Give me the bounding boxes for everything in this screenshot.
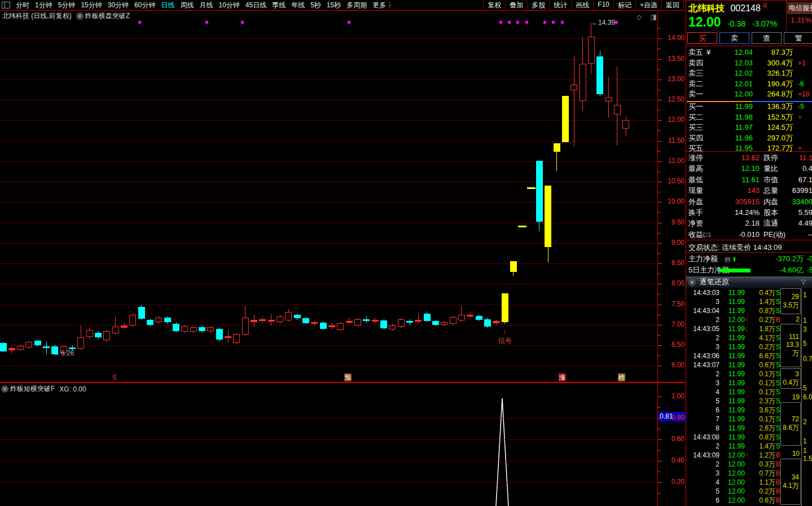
- menu-item-F10[interactable]: F10: [593, 0, 613, 10]
- menu-item-15秒[interactable]: 15秒: [324, 0, 344, 11]
- menu-item-统计[interactable]: 统计: [549, 0, 571, 10]
- menu-item-分时[interactable]: 分时: [13, 0, 32, 11]
- candle-body: [493, 321, 499, 323]
- indicator-pane[interactable]: ∨ 炸板短横突破F XG: 0.00: [0, 383, 657, 506]
- menu-item-45日线[interactable]: 45日线: [243, 0, 269, 11]
- candle-body: [484, 319, 491, 327]
- tick-price: 11.99: [720, 397, 745, 406]
- stat-value: 12.10: [718, 163, 760, 174]
- candlestick-chart[interactable]: ←14.39←6.26↑信号: [0, 10, 657, 382]
- menu-item-5秒[interactable]: 5秒: [308, 0, 324, 11]
- menu-item-月线[interactable]: 月线: [196, 0, 216, 11]
- signal-dot: [138, 21, 141, 24]
- gridline: [0, 345, 657, 346]
- menu-item-周线[interactable]: 周线: [177, 0, 196, 11]
- candle-body: [337, 323, 344, 330]
- menu-item-10分钟[interactable]: 10分钟: [216, 0, 242, 11]
- menu-item-1分钟[interactable]: 1分钟: [32, 0, 55, 11]
- flow-value: -370.2万: [754, 253, 804, 265]
- axis-tick: [658, 38, 662, 39]
- tick-time: 2: [688, 442, 719, 451]
- stat-label: 市值: [763, 174, 778, 185]
- candle-body: [536, 161, 543, 222]
- menu-item-15分钟[interactable]: 15分钟: [78, 0, 104, 11]
- axis-label: 7.50: [671, 300, 684, 308]
- tick-row: 211.991.4万S: [686, 442, 782, 451]
- menu-item-+自选[interactable]: +自选: [635, 0, 661, 10]
- candle-body: [467, 315, 473, 316]
- collapse-icon[interactable]: ∨: [688, 279, 696, 286]
- x-marker-Ŝ: Ŝ: [112, 373, 117, 381]
- tool-menu: 复权叠加多股统计画线F10标记+自选返回: [483, 0, 684, 10]
- menu-item-5分钟[interactable]: 5分钟: [55, 0, 78, 11]
- tick-aggregate-cut: 1: [803, 447, 812, 455]
- x-axis-marker-strip: Ŝ预涨榜: [0, 373, 657, 382]
- tick-time: 14:43:05: [688, 324, 719, 333]
- axis-label: 10.00: [668, 197, 684, 205]
- tick-volume: 6.6万: [749, 351, 775, 360]
- 买-button[interactable]: 买: [687, 32, 717, 44]
- tick-aggregate: 19: [780, 393, 801, 401]
- tick-price: 11.99: [720, 342, 745, 351]
- 警-button[interactable]: 警: [784, 32, 812, 44]
- signal-dot: [552, 21, 555, 24]
- candle-body: [164, 318, 171, 322]
- stock-name: 北纬科技: [688, 3, 725, 13]
- flow-bar: [719, 269, 750, 272]
- flow-row: 主力净额▤-370.2万-0: [686, 253, 812, 265]
- level-row: 买三11.97124.5万: [686, 122, 812, 133]
- stat-label: 外盘: [688, 196, 703, 207]
- menu-item-多周期[interactable]: 多周期: [344, 0, 370, 11]
- menu-item-标记[interactable]: 标记: [613, 0, 635, 10]
- menu-item-叠加[interactable]: 叠加: [505, 0, 527, 10]
- gridline: [0, 243, 657, 244]
- menu-item-日线[interactable]: 日线: [158, 0, 177, 11]
- tick-volume: 0.2万: [749, 487, 775, 496]
- signal-dot: [241, 21, 244, 24]
- signal-dot: [516, 21, 519, 24]
- menu-item-季线[interactable]: 季线: [269, 0, 288, 11]
- menu-item-60分钟[interactable]: 60分钟: [131, 0, 158, 11]
- tick-price: 11.99: [720, 333, 745, 342]
- tick-row: 212.00↑0.2万B: [686, 315, 782, 324]
- menu-item-复权[interactable]: 复权: [483, 0, 505, 10]
- candle-body: [259, 319, 266, 321]
- level-delta: -6: [798, 79, 812, 90]
- menu-item-年线[interactable]: 年线: [288, 0, 308, 11]
- axis-tick: [658, 28, 660, 29]
- tick-price: 11.99: [720, 297, 745, 306]
- tick-time: 14:43:03: [688, 288, 719, 297]
- tick-row: 14:43:0811.990.8万S: [686, 433, 782, 442]
- stat-value: --: [781, 229, 812, 240]
- sector-name[interactable]: 电信服务: [787, 2, 812, 14]
- axis-label: 0.80: [671, 413, 684, 421]
- signal-dot: [561, 21, 564, 24]
- axis-tick: [658, 305, 662, 305]
- sector-box[interactable]: 电信服务 1.31%: [787, 2, 812, 24]
- axis-tick: [658, 151, 660, 152]
- stat-row: 净资2.18流通4.49: [686, 218, 812, 228]
- filter-icon[interactable]: ▽: [801, 278, 806, 285]
- divider: [686, 0, 812, 1]
- level-volume: 190.4万: [754, 79, 793, 90]
- axis-label: 1.00: [671, 392, 684, 400]
- tick-volume: 0.3万: [749, 460, 775, 469]
- tick-price: 11.99: [720, 288, 745, 297]
- menu-item-返回[interactable]: 返回: [661, 0, 684, 10]
- flow-row: 5日主力净额-4.60亿-5: [686, 265, 812, 276]
- menu-item-更多 〉[interactable]: 更多 〉: [370, 0, 397, 11]
- menu-item-画线[interactable]: 画线: [571, 0, 593, 10]
- candle-body: [596, 56, 603, 94]
- candle-body: [190, 327, 197, 332]
- candle-body: [424, 314, 431, 321]
- menu-item-30分钟[interactable]: 30分钟: [105, 0, 131, 11]
- gridline: [0, 120, 657, 121]
- candle-body: [554, 143, 560, 152]
- tick-price: 11.99: [720, 369, 745, 379]
- tick-list-header[interactable]: ∨ 逐笔还原 ▽: [686, 276, 812, 288]
- 查-button[interactable]: 查: [752, 32, 782, 44]
- axis-tick: [658, 482, 662, 483]
- 卖-button[interactable]: 卖: [719, 32, 749, 44]
- menu-item-多股[interactable]: 多股: [527, 0, 549, 10]
- layout-icon[interactable]: [2, 2, 10, 8]
